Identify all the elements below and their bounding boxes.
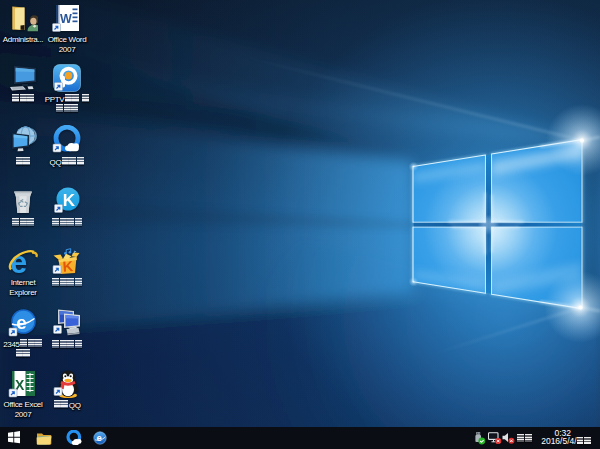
svg-text:e: e: [16, 312, 27, 333]
svg-text:W: W: [60, 12, 72, 26]
svg-text:K: K: [62, 258, 74, 275]
svg-text:K: K: [63, 191, 76, 210]
svg-text:e: e: [97, 432, 102, 443]
